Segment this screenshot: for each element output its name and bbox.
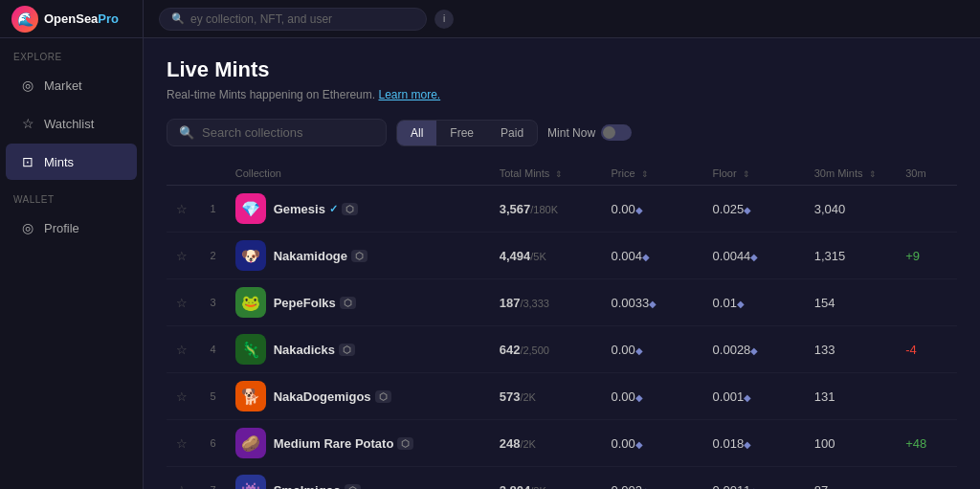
price-cell: 0.0033◆	[601, 279, 702, 326]
favorite-star[interactable]: ☆	[167, 186, 199, 233]
table-row: ☆ 4 🦎 Nakadicks ⬡ 642/2,500 0.00◆ 0.0028…	[167, 326, 957, 373]
rank-cell: 3	[199, 279, 226, 326]
page-subtitle: Real-time Mints happening on Ethereum. L…	[167, 88, 957, 101]
mints-30m-change-cell: -4	[896, 326, 957, 373]
total-mints-cell: 187/3,333	[490, 279, 602, 326]
filter-all-button[interactable]: All	[397, 121, 436, 145]
col-header-30m-extra: 30m	[896, 162, 957, 186]
mints-icon: ⊡	[19, 153, 36, 170]
mint-now-toggle: Mint Now	[547, 124, 632, 141]
collection-avatar: 🐸	[235, 287, 266, 318]
table-row: ☆ 5 🐕 NakaDogemigos ⬡ 573/2K 0.00◆ 0.001…	[167, 373, 957, 420]
search-input[interactable]	[202, 125, 374, 140]
mints-30m-change-cell	[896, 373, 957, 420]
mints-30m-cell: 133	[805, 326, 897, 373]
sidebar-item-profile[interactable]: ◎ Profile	[6, 210, 137, 246]
price-sort-icon: ⇕	[641, 169, 649, 179]
sidebar-item-watchlist[interactable]: ☆ Watchlist	[6, 105, 137, 142]
favorite-star[interactable]: ☆	[167, 467, 199, 490]
table-row: ☆ 2 🐶 Nakamidoge ⬡ 4,494/5K 0.004◆ 0.004…	[167, 233, 957, 279]
filter-free-button[interactable]: Free	[436, 121, 487, 145]
topbar-search-icon: 🔍	[171, 12, 185, 25]
floor-sort-icon: ⇕	[743, 169, 750, 179]
sidebar-item-mints[interactable]: ⊡ Mints	[6, 144, 137, 180]
collection-cell: 🐕 NakaDogemigos ⬡	[226, 373, 490, 420]
filter-btn-group: All Free Paid	[396, 120, 538, 146]
main-content: 🔍 i Live Mints Real-time Mints happening…	[144, 0, 980, 489]
sidebar-item-label: Market	[44, 78, 82, 93]
total-mints-cell: 248/2K	[490, 420, 602, 467]
floor-cell: 0.018◆	[703, 420, 805, 467]
collection-name: Medium Rare Potato ⬡	[274, 436, 414, 451]
collection-avatar: 🐶	[235, 240, 266, 271]
content-area: Live Mints Real-time Mints happening on …	[144, 38, 980, 489]
chain-badge: ⬡	[351, 250, 368, 262]
col-header-total-mints[interactable]: Total Mints ⇕	[490, 162, 602, 186]
rank-cell: 7	[199, 467, 226, 490]
price-cell: 0.00◆	[601, 373, 702, 420]
sidebar: 🌊 OpenSeaPro Explore ◎ Market ☆ Watchlis…	[0, 0, 144, 489]
mint-now-toggle-switch[interactable]	[601, 124, 632, 141]
chain-badge: ⬡	[375, 390, 391, 403]
topbar-tag[interactable]: i	[434, 10, 454, 29]
collection-cell: 🦎 Nakadicks ⬡	[226, 326, 490, 373]
mints-30m-change-cell	[896, 279, 957, 326]
floor-cell: 0.0011◆	[703, 467, 805, 490]
col-header-floor[interactable]: Floor ⇕	[703, 162, 805, 186]
sidebar-item-market[interactable]: ◎ Market	[6, 67, 137, 103]
col-header-30m-mints[interactable]: 30m Mints ⇕	[805, 162, 897, 186]
floor-cell: 0.0044◆	[703, 233, 805, 279]
mints-30m-change-cell: –	[896, 467, 957, 490]
total-mints-cell: 4,494/5K	[490, 233, 602, 279]
col-header-price[interactable]: Price ⇕	[601, 162, 702, 186]
mints-30m-cell: 131	[805, 373, 897, 420]
30m-sort-icon: ⇕	[869, 169, 877, 179]
collection-cell: 🐶 Nakamidoge ⬡	[226, 233, 490, 279]
collection-avatar: 👾	[235, 475, 266, 489]
wallet-label: Wallet	[0, 181, 143, 209]
floor-cell: 0.001◆	[703, 373, 805, 420]
collection-name: Gemesis ✓ ⬡	[274, 202, 358, 216]
favorite-star[interactable]: ☆	[167, 233, 199, 279]
mints-30m-change-cell: +9	[896, 233, 957, 279]
mints-30m-cell: 1,315	[805, 233, 897, 279]
collection-avatar: 💎	[235, 193, 266, 224]
favorite-star[interactable]: ☆	[167, 420, 199, 467]
search-icon: 🔍	[179, 125, 194, 140]
mints-30m-cell: 87	[805, 467, 897, 490]
sidebar-item-label: Watchlist	[44, 117, 94, 131]
total-mints-cell: 642/2,500	[490, 326, 602, 373]
topbar-search-input[interactable]	[190, 12, 414, 26]
mints-30m-cell: 3,040	[805, 186, 897, 233]
favorite-star[interactable]: ☆	[167, 373, 199, 420]
rank-cell: 2	[199, 233, 226, 279]
chain-badge: ⬡	[339, 344, 355, 356]
explore-label: Explore	[0, 38, 143, 66]
collection-name: Nakadicks ⬡	[274, 343, 355, 357]
logo-icon: 🌊	[11, 6, 38, 33]
sidebar-item-label: Profile	[44, 221, 79, 235]
collection-cell: 🐸 PepeFolks ⬡	[226, 279, 490, 326]
collection-name: Smolmigos ⬡	[274, 483, 361, 490]
price-cell: 0.004◆	[601, 233, 702, 279]
favorite-star[interactable]: ☆	[167, 326, 199, 373]
price-cell: 0.00◆	[601, 186, 702, 233]
collection-name: Nakamidoge ⬡	[274, 249, 368, 263]
collection-cell: 💎 Gemesis ✓ ⬡	[226, 186, 490, 233]
total-mints-cell: 2,804/3K	[490, 467, 602, 490]
chain-badge: ⬡	[345, 484, 361, 490]
collection-cell: 👾 Smolmigos ⬡	[226, 467, 490, 490]
watchlist-icon: ☆	[19, 115, 36, 132]
rank-cell: 6	[199, 420, 226, 467]
total-mints-cell: 3,567/180K	[490, 186, 602, 233]
collection-search[interactable]: 🔍	[167, 119, 387, 146]
rank-cell: 5	[199, 373, 226, 420]
collection-avatar: 🐕	[235, 381, 266, 411]
collection-name: PepeFolks ⬡	[274, 296, 356, 310]
filter-bar: 🔍 All Free Paid Mint Now	[167, 119, 957, 146]
filter-paid-button[interactable]: Paid	[487, 121, 537, 145]
mints-30m-cell: 154	[805, 279, 897, 326]
topbar-search[interactable]: 🔍	[159, 8, 427, 31]
favorite-star[interactable]: ☆	[167, 279, 199, 326]
learn-more-link[interactable]: Learn more.	[378, 88, 440, 101]
